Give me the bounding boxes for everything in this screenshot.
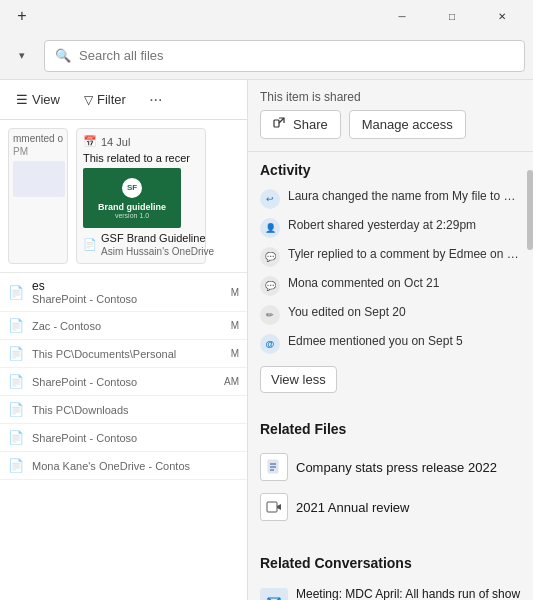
file-time: M bbox=[231, 287, 239, 298]
related-conversations-section: Related Conversations Meeting: MDC April… bbox=[248, 545, 533, 600]
activity-text: Robert shared yesterday at 2:29pm bbox=[288, 217, 476, 234]
dropdown-chevron-button[interactable]: ▾ bbox=[8, 42, 36, 70]
share-activity-icon: 👤 bbox=[260, 218, 280, 238]
related-files-section: Related Files Company stats press releas… bbox=[248, 411, 533, 537]
related-file-item[interactable]: Company stats press release 2022 bbox=[260, 447, 521, 487]
file-meta: This PC\Downloads bbox=[32, 404, 231, 416]
close-button[interactable]: ✕ bbox=[479, 2, 525, 30]
related-files-title: Related Files bbox=[260, 421, 521, 437]
activity-item: 💬 Mona commented on Oct 21 bbox=[260, 275, 521, 296]
activity-text: Edmee mentioned you on Sept 5 bbox=[288, 333, 463, 350]
calendar-icon: 📅 bbox=[83, 135, 97, 148]
share-actions: Share Manage access bbox=[248, 110, 533, 152]
title-bar-left: + bbox=[8, 2, 36, 30]
activity-item: 👤 Robert shared yesterday at 2:29pm bbox=[260, 217, 521, 238]
svg-rect-5 bbox=[267, 502, 277, 512]
email-icon bbox=[260, 588, 288, 600]
manage-access-label: Manage access bbox=[362, 117, 453, 132]
share-button[interactable]: Share bbox=[260, 110, 341, 139]
list-item[interactable]: 📄 Mona Kane's OneDrive - Contos bbox=[0, 452, 247, 480]
main-content: ☰ View ▽ Filter ··· mmented on this PM bbox=[0, 80, 533, 600]
file-icon: 📄 bbox=[8, 374, 24, 389]
manage-access-button[interactable]: Manage access bbox=[349, 110, 466, 139]
conversation-title: Meeting: MDC April: All hands run of sho… bbox=[296, 587, 521, 600]
more-options-button[interactable]: ··· bbox=[142, 86, 170, 114]
activity-item: 💬 Tyler replied to a comment by Edmee on… bbox=[260, 246, 521, 267]
card-image-text: Brand guideline bbox=[98, 202, 166, 212]
list-item[interactable]: 📄 SharePoint - Contoso bbox=[0, 424, 247, 452]
list-item[interactable]: 📄 SharePoint - Contoso AM bbox=[0, 368, 247, 396]
file-info: Mona Kane's OneDrive - Contos bbox=[32, 460, 231, 472]
card-image: SF Brand guideline version 1.0 bbox=[83, 168, 181, 228]
svg-rect-0 bbox=[274, 120, 279, 127]
file-icon-card: 📄 bbox=[83, 238, 97, 251]
mention-icon: @ bbox=[260, 334, 280, 354]
list-item[interactable]: 📄 es SharePoint - Contoso M bbox=[0, 273, 247, 312]
file-icon: 📄 bbox=[8, 458, 24, 473]
file-icon: 📄 bbox=[8, 318, 24, 333]
search-icon: 🔍 bbox=[55, 48, 71, 63]
activity-text: Mona commented on Oct 21 bbox=[288, 275, 439, 292]
activity-text: You edited on Sept 20 bbox=[288, 304, 406, 321]
list-item[interactable]: 📄 This PC\Downloads bbox=[0, 396, 247, 424]
partial-time: PM bbox=[13, 146, 28, 157]
filter-icon: ▽ bbox=[84, 93, 93, 107]
list-item[interactable]: 📄 Zac - Contoso M bbox=[0, 312, 247, 340]
conversation-item[interactable]: Meeting: MDC April: All hands run of sho… bbox=[260, 581, 521, 600]
list-item[interactable]: 📄 This PC\Documents\Personal M bbox=[0, 340, 247, 368]
filter-button[interactable]: ▽ Filter bbox=[76, 88, 134, 111]
svg-marker-6 bbox=[277, 504, 281, 510]
title-bar: + ─ □ ✕ bbox=[0, 0, 533, 32]
card-partial[interactable]: mmented on this PM bbox=[8, 128, 68, 264]
new-tab-button[interactable]: + bbox=[8, 2, 36, 30]
maximize-button[interactable]: □ bbox=[429, 2, 475, 30]
card-image-subtext: version 1.0 bbox=[115, 212, 149, 219]
file-meta: SharePoint - Contoso bbox=[32, 432, 231, 444]
related-conversations-title: Related Conversations bbox=[260, 555, 521, 571]
file-name: es bbox=[32, 279, 223, 293]
window-controls: ─ □ ✕ bbox=[379, 2, 525, 30]
file-info: es SharePoint - Contoso bbox=[32, 279, 223, 305]
comment-icon: 💬 bbox=[260, 247, 280, 267]
rename-icon: ↩ bbox=[260, 189, 280, 209]
file-icon: 📄 bbox=[8, 346, 24, 361]
file-meta: SharePoint - Contoso bbox=[32, 293, 223, 305]
edit-icon: ✏ bbox=[260, 305, 280, 325]
file-info: This PC\Downloads bbox=[32, 404, 231, 416]
scrollbar-thumb bbox=[527, 170, 533, 250]
search-input[interactable] bbox=[79, 48, 514, 63]
file-info: SharePoint - Contoso bbox=[32, 432, 231, 444]
file-icon: 📄 bbox=[8, 402, 24, 417]
view-button[interactable]: ☰ View bbox=[8, 88, 68, 111]
scrollbar-track[interactable] bbox=[527, 160, 533, 600]
conversation-text: Meeting: MDC April: All hands run of sho… bbox=[296, 587, 521, 600]
activity-text: Tyler replied to a comment by Edmee on O… bbox=[288, 246, 521, 263]
video-icon bbox=[260, 493, 288, 521]
file-meta: This PC\Documents\Personal bbox=[32, 348, 223, 360]
file-info: Zac - Contoso bbox=[32, 320, 223, 332]
activity-text: Laura changed the name from My file to M… bbox=[288, 188, 521, 205]
partial-comment-text: mmented on this bbox=[13, 133, 63, 144]
view-less-button[interactable]: View less bbox=[260, 366, 337, 393]
card-main[interactable]: 📅 14 Jul This related to a recer SF Bran… bbox=[76, 128, 206, 264]
file-time: M bbox=[231, 348, 239, 359]
card-date-header: 📅 14 Jul bbox=[83, 135, 199, 148]
file-info: SharePoint - Contoso bbox=[32, 376, 216, 388]
related-file-item[interactable]: 2021 Annual review bbox=[260, 487, 521, 527]
file-time: AM bbox=[224, 376, 239, 387]
related-file-name: Company stats press release 2022 bbox=[296, 460, 497, 475]
activity-item: @ Edmee mentioned you on Sept 5 bbox=[260, 333, 521, 354]
file-time: M bbox=[231, 320, 239, 331]
card-file-name: GSF Brand Guideline bbox=[101, 232, 214, 244]
minimize-button[interactable]: ─ bbox=[379, 2, 425, 30]
card-file-owner: Asim Hussain's OneDrive bbox=[101, 246, 214, 257]
card-logo: SF bbox=[122, 178, 142, 198]
file-meta: Zac - Contoso bbox=[32, 320, 223, 332]
file-icon: 📄 bbox=[8, 430, 24, 445]
card-title: This related to a recer bbox=[83, 152, 199, 164]
left-panel: ☰ View ▽ Filter ··· mmented on this PM bbox=[0, 80, 248, 600]
activity-item: ✏ You edited on Sept 20 bbox=[260, 304, 521, 325]
cards-area: mmented on this PM 📅 14 Jul This related… bbox=[0, 120, 247, 273]
search-area: ▾ 🔍 bbox=[0, 32, 533, 80]
file-info: This PC\Documents\Personal bbox=[32, 348, 223, 360]
